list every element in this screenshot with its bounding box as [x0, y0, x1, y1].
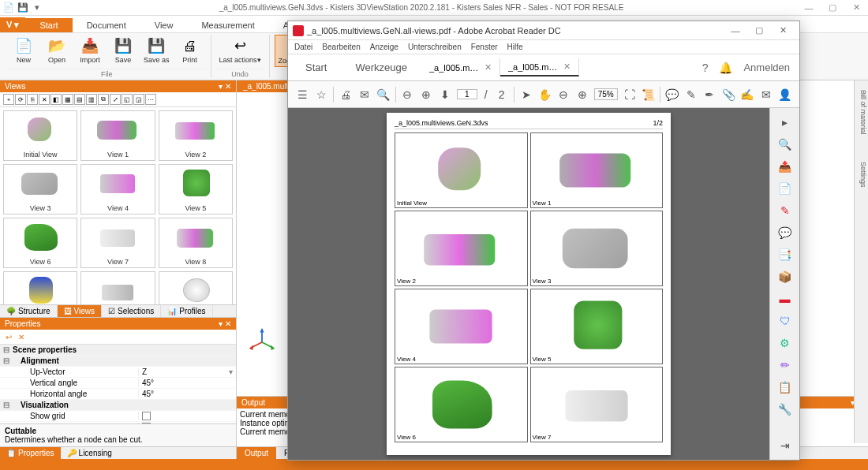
- adobe-bell-icon[interactable]: 🔔: [719, 62, 732, 74]
- properties-tab-licensing[interactable]: 🔑Licensing: [61, 447, 118, 459]
- close-icon[interactable]: ✕: [844, 0, 868, 16]
- views-tool-icon[interactable]: ⎘: [27, 94, 38, 105]
- qat-icon-1[interactable]: 📄: [3, 2, 14, 13]
- open-button[interactable]: 📂Open: [41, 35, 73, 65]
- view-thumbnail[interactable]: View 8: [159, 218, 233, 268]
- properties-tool-icon[interactable]: ↩: [3, 331, 14, 342]
- right-dock-tab[interactable]: Bill of material: [855, 88, 868, 136]
- views-tool-icon[interactable]: ▤: [74, 94, 85, 105]
- view-thumbnail[interactable]: View 5: [159, 164, 233, 214]
- properties-tab-properties[interactable]: 📋Properties: [0, 447, 61, 459]
- property-row[interactable]: ⊟Visualization: [0, 400, 236, 411]
- adobe-zoomout2-icon[interactable]: ⊖: [556, 88, 571, 101]
- adobe-tools-tab[interactable]: Werkzeuge: [341, 57, 421, 78]
- adobe-home-tab[interactable]: Start: [291, 57, 341, 78]
- view-thumbnail[interactable]: View 9: [3, 271, 77, 304]
- adobe-maximize-icon[interactable]: ▢: [747, 22, 771, 39]
- adobe-menu-item[interactable]: Anzeige: [370, 43, 398, 51]
- adobe-page-view[interactable]: _a_l005.multiviews.GeN.3dvs 1/2 Initial …: [288, 108, 769, 460]
- axis-gizmo-icon[interactable]: [248, 328, 276, 356]
- adobe-search2-icon[interactable]: 🔍: [776, 135, 795, 154]
- adobe-pointer-icon[interactable]: ➤: [519, 88, 533, 101]
- view-thumbnail[interactable]: Initial View: [3, 110, 77, 161]
- property-row[interactable]: Show grid: [0, 411, 236, 422]
- adobe-user-icon[interactable]: 👤: [777, 88, 791, 101]
- adobe-comment-icon[interactable]: 💬: [665, 88, 679, 101]
- right-dock-tab[interactable]: Settings: [855, 160, 868, 189]
- adobe-zoomout-icon[interactable]: ⊖: [401, 88, 415, 101]
- adobe-zoomin-icon[interactable]: ⊕: [419, 88, 433, 101]
- property-row[interactable]: Vertical angle45°: [0, 378, 236, 389]
- ribbon-tab-start[interactable]: Start: [25, 18, 72, 32]
- save-button[interactable]: 💾Save: [107, 35, 139, 65]
- bottom-tab-structure[interactable]: 🌳Structure: [0, 305, 58, 317]
- views-tool-icon[interactable]: ⟳: [15, 94, 26, 105]
- output-tab-output[interactable]: Output: [237, 447, 276, 459]
- views-tool-icon[interactable]: +: [3, 94, 14, 105]
- bottom-tab-profiles[interactable]: 📊Profiles: [161, 305, 212, 317]
- adobe-comment2-icon[interactable]: 💬: [776, 223, 795, 242]
- views-panel-pin-icon[interactable]: ▾ ✕: [219, 82, 231, 91]
- adobe-print-icon[interactable]: 🖨: [339, 88, 353, 101]
- view-thumbnail[interactable]: View 11: [159, 271, 233, 304]
- adobe-menu-item[interactable]: Fenster: [471, 43, 498, 51]
- minimize-icon[interactable]: —: [797, 0, 821, 16]
- property-row[interactable]: Horizontal angle45°: [0, 389, 236, 400]
- print-button[interactable]: 🖨Print: [174, 35, 206, 65]
- adobe-envelope-icon[interactable]: ✉: [759, 88, 773, 101]
- adobe-editpdf-icon[interactable]: ✎: [776, 201, 795, 220]
- views-tool-icon[interactable]: ◱: [122, 94, 133, 105]
- view-thumbnail[interactable]: View 2: [159, 110, 233, 161]
- adobe-tools-icon[interactable]: 🔧: [776, 400, 795, 419]
- adobe-fit-icon[interactable]: ⛶: [623, 88, 637, 101]
- adobe-close-icon[interactable]: ✕: [771, 22, 795, 39]
- views-tool-icon[interactable]: ▦: [62, 94, 73, 105]
- bottom-tab-selections[interactable]: ☑Selections: [102, 305, 161, 317]
- adobe-menu-item[interactable]: Datei: [294, 43, 312, 51]
- view-thumbnail[interactable]: View 6: [3, 218, 77, 268]
- qat-icon-2[interactable]: 💾: [17, 2, 28, 13]
- adobe-collapse-icon[interactable]: ▸: [776, 113, 795, 132]
- adobe-menu-item[interactable]: Hilfe: [507, 43, 523, 51]
- views-tool-icon[interactable]: ✕: [39, 94, 50, 105]
- adobe-stamp-icon[interactable]: 📎: [721, 88, 735, 101]
- adobe-mail-icon[interactable]: ✉: [357, 88, 372, 101]
- ribbon-tab-measurement[interactable]: Measurement: [187, 18, 268, 32]
- adobe-sidebar-icon[interactable]: ☰: [296, 88, 310, 101]
- import-button[interactable]: 📥Import: [74, 35, 106, 65]
- adobe-more-icon[interactable]: 📋: [776, 378, 795, 397]
- adobe-tab-close-icon[interactable]: ✕: [563, 62, 571, 72]
- adobe-signin-button[interactable]: Anmelden: [743, 62, 790, 73]
- property-row[interactable]: Up-VectorZ ▾: [0, 367, 236, 378]
- adobe-scroll-icon[interactable]: 📜: [641, 88, 655, 101]
- adobe-download-icon[interactable]: ⬇: [438, 88, 452, 101]
- adobe-star-icon[interactable]: ☆: [315, 88, 329, 101]
- adobe-fill-icon[interactable]: ✏: [776, 356, 795, 375]
- brand-tab[interactable]: V ▾: [0, 17, 25, 32]
- view-thumbnail[interactable]: View 3: [3, 164, 77, 214]
- adobe-hand-icon[interactable]: ✋: [537, 88, 552, 101]
- property-row[interactable]: ⊟Alignment: [0, 356, 236, 367]
- adobe-createpdf-icon[interactable]: 📄: [776, 179, 795, 198]
- views-tool-icon[interactable]: ⤢: [110, 94, 121, 105]
- saveas-button[interactable]: 💾Save as: [140, 35, 173, 65]
- properties-tool-icon[interactable]: ✕: [16, 331, 27, 342]
- qat-dropdown-icon[interactable]: ▾: [32, 2, 43, 13]
- view-thumbnail[interactable]: View 4: [80, 164, 155, 214]
- adobe-zoom-level[interactable]: 75%: [594, 88, 618, 100]
- views-tool-icon[interactable]: ⋯: [145, 94, 156, 105]
- adobe-tab-close-icon[interactable]: ✕: [485, 62, 492, 73]
- view-thumbnail[interactable]: View 1: [80, 110, 155, 161]
- maximize-icon[interactable]: ▢: [821, 0, 844, 16]
- adobe-document-tab[interactable]: _a_l005.multiviews.…✕: [421, 58, 500, 76]
- adobe-search-icon[interactable]: 🔍: [376, 88, 391, 101]
- views-tool-icon[interactable]: ◲: [133, 94, 144, 105]
- adobe-compress-icon[interactable]: 📦: [776, 267, 795, 286]
- adobe-redact-icon[interactable]: ▬: [776, 289, 795, 308]
- adobe-highlight-icon[interactable]: ✎: [684, 88, 698, 101]
- adobe-protect-icon[interactable]: 🛡: [776, 311, 795, 330]
- views-tool-icon[interactable]: ⧉: [98, 94, 109, 105]
- adobe-export-icon[interactable]: 📤: [776, 157, 795, 176]
- adobe-optimize-icon[interactable]: ⚙: [776, 334, 795, 352]
- adobe-menu-item[interactable]: Unterschreiben: [408, 43, 462, 51]
